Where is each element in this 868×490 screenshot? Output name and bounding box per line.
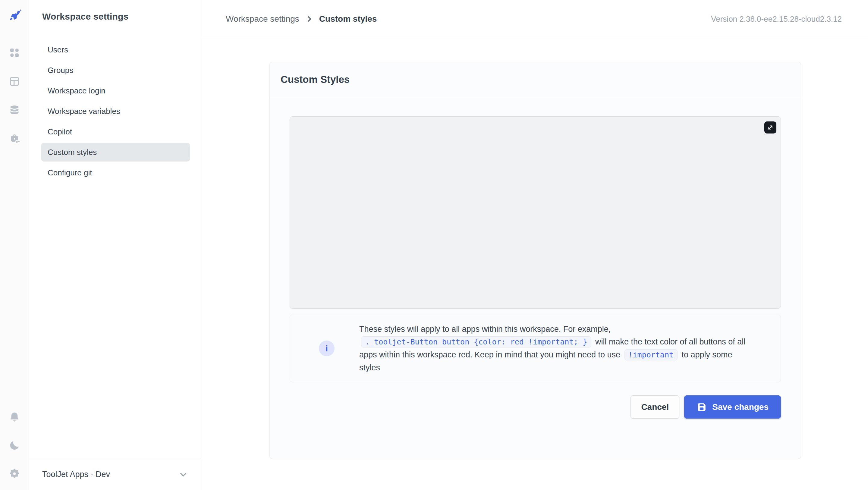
save-button-label: Save changes [712,402,769,412]
breadcrumb-custom-styles: Custom styles [319,14,377,24]
expand-diagonal-icon [767,124,774,131]
card-title: Custom Styles [281,74,350,85]
sidebar-item-users[interactable]: Users [41,40,190,59]
sidebar-item-configure-git[interactable]: Configure git [41,163,190,182]
card-body: i These styles will apply to all apps wi… [270,97,801,419]
important-code-chip: !important [624,349,678,360]
notifications-bell-icon[interactable] [8,411,21,423]
main-header: Workspace settings Custom styles Version… [202,0,868,38]
main-area: Workspace settings Custom styles Version… [202,0,868,490]
apps-grid-icon[interactable] [8,47,21,59]
breadcrumb: Workspace settings Custom styles [226,14,377,24]
rail-top-icons [8,47,21,145]
sidebar-item-workspace-login[interactable]: Workspace login [41,81,190,100]
settings-sidebar: Workspace settings Users Groups Workspac… [29,0,202,490]
info-text-segment: These styles will apply to all apps with… [359,325,611,334]
toolbox-key-icon[interactable] [8,132,21,145]
info-icon: i [319,340,335,356]
chevron-down-icon [178,469,188,480]
expand-editor-button[interactable] [764,121,776,133]
sidebar-item-workspace-variables[interactable]: Workspace variables [41,102,190,121]
icon-rail [0,0,29,490]
cancel-button[interactable]: Cancel [630,395,679,419]
sidebar-item-copilot[interactable]: Copilot [41,122,190,141]
dark-mode-moon-icon[interactable] [8,439,21,452]
content-area: Custom Styles i These styles will apply … [202,38,868,490]
sidebar-item-groups[interactable]: Groups [41,61,190,80]
sidebar-title: Workspace settings [42,11,202,22]
sidebar-item-custom-styles[interactable]: Custom styles [41,143,190,161]
breadcrumb-workspace-settings[interactable]: Workspace settings [226,14,299,24]
workspace-switcher[interactable]: ToolJet Apps - Dev [29,459,202,490]
page-layout-icon[interactable] [8,75,21,87]
workspace-switcher-label: ToolJet Apps - Dev [42,470,110,479]
version-label: Version 2.38.0-ee2.15.28-cloud2.3.12 [711,14,842,24]
save-changes-button[interactable]: Save changes [684,395,781,419]
custom-styles-card: Custom Styles i These styles will apply … [270,62,801,459]
info-text: These styles will apply to all apps with… [359,323,755,374]
css-code-editor[interactable] [290,116,781,309]
settings-gear-icon[interactable] [8,468,21,480]
css-example-code-chip: ._tooljet-Button button {color: red !imp… [361,336,591,347]
rail-bottom-icons [8,411,21,480]
floppy-disk-icon [696,402,707,412]
info-banner: i These styles will apply to all apps wi… [290,315,781,382]
card-header: Custom Styles [270,62,801,97]
action-buttons-row: Cancel Save changes [290,395,781,419]
chevron-right-icon [305,15,313,23]
settings-menu: Users Groups Workspace login Workspace v… [29,40,202,182]
database-icon[interactable] [8,104,21,116]
rocket-logo-icon[interactable] [7,7,22,21]
